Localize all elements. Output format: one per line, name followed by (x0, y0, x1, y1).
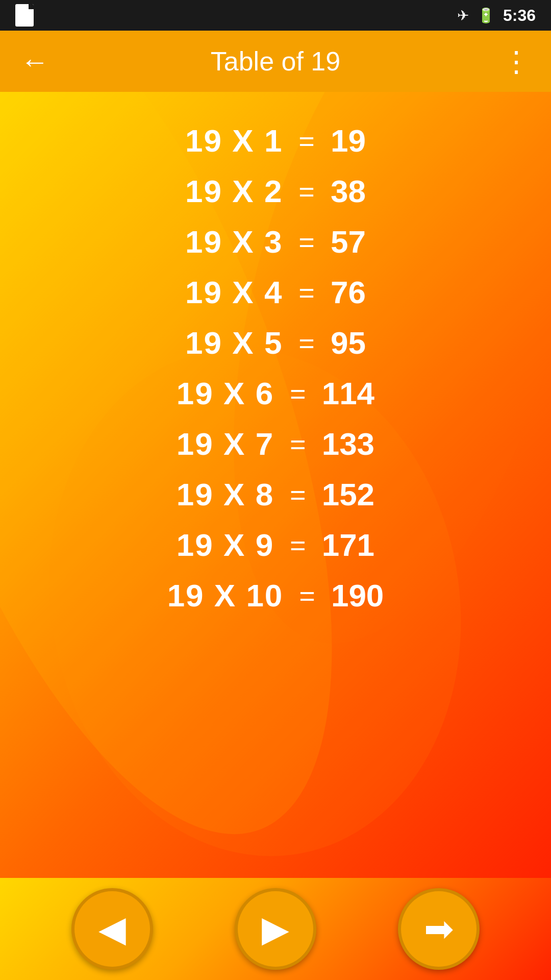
menu-button[interactable]: ⋮ (502, 45, 531, 78)
back-nav-button[interactable]: ◀ (71, 888, 153, 970)
table-equation-9: 19 X 9 (177, 527, 274, 563)
table-row: 19 X 4 = 76 (185, 274, 366, 310)
battery-icon: 🔋 (477, 7, 495, 24)
status-bar-left (15, 4, 34, 27)
table-row: 19 X 3 = 57 (185, 224, 366, 260)
play-nav-icon: ▶ (262, 911, 289, 947)
back-nav-icon: ◀ (98, 911, 126, 947)
table-equation-2: 19 X 2 (185, 173, 283, 209)
table-row: 19 X 7 = 133 (177, 426, 374, 462)
main-content: 19 X 1 = 19 19 X 2 = 38 19 X 3 (0, 92, 551, 878)
table-row: 19 X 8 = 152 (177, 476, 374, 512)
table-equals-10: = (291, 580, 323, 611)
status-bar: ✈ 🔋 5:36 (0, 0, 551, 31)
airplane-icon: ✈ (457, 7, 469, 24)
table-result-10: 190 (331, 577, 384, 614)
table-equation-1: 19 X 1 (185, 122, 283, 159)
table-equals-2: = (291, 176, 322, 207)
back-button[interactable]: ← (20, 45, 49, 78)
table-row: 19 X 2 = 38 (185, 173, 366, 209)
table-row: 19 X 10 = 190 (167, 577, 384, 614)
table-result-5: 95 (331, 325, 366, 361)
table-result-1: 19 (331, 122, 366, 159)
table-equation-4: 19 X 4 (185, 274, 283, 310)
table-equation-6: 19 X 6 (177, 375, 274, 411)
multiplication-table: 19 X 1 = 19 19 X 2 = 38 19 X 3 (167, 112, 384, 624)
status-time: 5:36 (503, 6, 536, 25)
table-equals-1: = (291, 125, 322, 157)
table-equation-3: 19 X 3 (185, 224, 283, 260)
table-result-4: 76 (331, 274, 366, 310)
play-nav-button[interactable]: ▶ (235, 888, 316, 970)
table-row: 19 X 1 = 19 (185, 122, 366, 159)
sd-card-icon (15, 4, 34, 27)
table-result-6: 114 (322, 375, 374, 411)
table-result-2: 38 (331, 173, 366, 209)
status-bar-right: ✈ 🔋 5:36 (457, 6, 536, 25)
app-bar: ← Table of 19 ⋮ (0, 31, 551, 92)
table-equals-8: = (282, 479, 314, 510)
table-row: 19 X 9 = 171 (177, 527, 374, 563)
table-equation-7: 19 X 7 (177, 426, 274, 462)
table-result-9: 171 (322, 527, 374, 563)
app-bar-title: Table of 19 (211, 46, 340, 77)
table-result-7: 133 (322, 426, 374, 462)
table-equals-6: = (282, 378, 314, 409)
table-equation-5: 19 X 5 (185, 325, 283, 361)
next-nav-icon: ➡ (424, 911, 454, 947)
table-equals-4: = (291, 277, 322, 308)
table-result-3: 57 (331, 224, 366, 260)
table-equation-10: 19 X 10 (167, 577, 284, 614)
table-equals-3: = (291, 226, 322, 258)
table-equals-5: = (291, 327, 322, 359)
table-row: 19 X 5 = 95 (185, 325, 366, 361)
bottom-area: ◀ ▶ ➡ (0, 878, 551, 980)
table-equals-9: = (282, 529, 314, 561)
table-result-8: 152 (322, 476, 374, 512)
table-equals-7: = (282, 428, 314, 460)
table-equation-8: 19 X 8 (177, 476, 274, 512)
table-row: 19 X 6 = 114 (177, 375, 374, 411)
next-nav-button[interactable]: ➡ (398, 888, 480, 970)
